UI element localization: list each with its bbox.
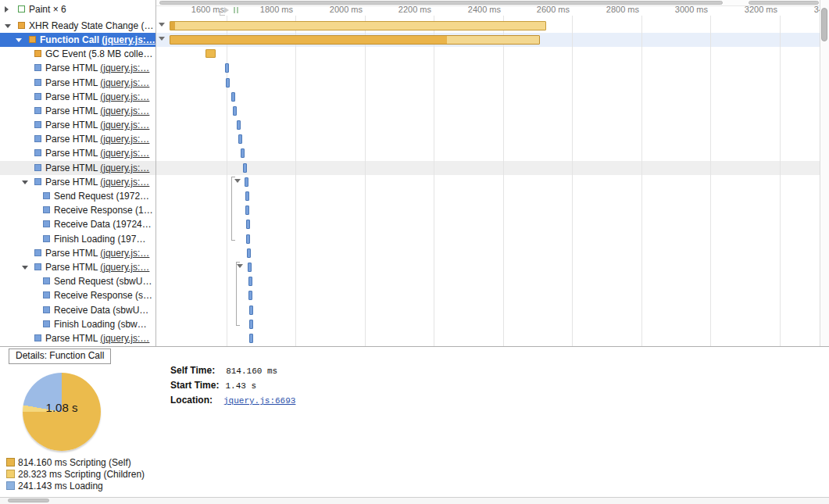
timeline-bar-event[interactable] (233, 106, 237, 116)
tree-row[interactable]: Parse HTML (jquery.js:… (0, 246, 155, 260)
source-link[interactable]: (jquery.js:… (100, 248, 149, 259)
bottom-scrollbar[interactable] (0, 497, 829, 504)
collapse-arrow-icon[interactable] (237, 264, 243, 268)
source-link[interactable]: (jquery.js:… (100, 105, 149, 116)
tree-row[interactable]: Parse HTML (jquery.js:… (0, 76, 155, 90)
collapse-arrow-icon[interactable] (159, 37, 165, 41)
timeline-bar-event[interactable] (226, 78, 230, 88)
source-link[interactable]: (jquery.js:… (100, 63, 149, 73)
collapse-arrow-icon[interactable] (5, 24, 11, 28)
timeline-bar-event[interactable] (248, 263, 252, 272)
collapse-arrow-icon[interactable] (16, 38, 22, 42)
bottom-scrollbar-thumb[interactable] (8, 499, 49, 502)
timeline-bar-event[interactable] (231, 92, 235, 102)
vertical-scrollbar[interactable] (820, 0, 829, 346)
source-link[interactable]: (jquery.js:… (100, 134, 149, 145)
collapse-arrow-icon[interactable] (22, 266, 28, 270)
tree-row[interactable]: Paint × 6 (0, 2, 155, 16)
tree-row[interactable]: GC Event (5.8 MB colle… (0, 47, 155, 61)
self-time-row: Self Time:814.160 ms (170, 363, 295, 378)
source-link[interactable]: (jquery.js:… (100, 91, 149, 102)
ruler-label: 1600 ms (168, 5, 224, 15)
tree-row[interactable]: Finish Loading (sbw… (0, 317, 155, 331)
tree-row[interactable]: Parse HTML (jquery.js:… (0, 161, 155, 175)
tree-row[interactable]: Receive Data (19724… (0, 217, 155, 231)
tree-row-label: Parse HTML (jquery.js:… (45, 90, 149, 104)
ruler-label: 2600 ms (513, 5, 570, 15)
timeline-bar-event[interactable] (241, 148, 245, 158)
tree-row[interactable]: Parse HTML (jquery.js:… (0, 146, 155, 160)
tree-row[interactable]: Parse HTML (jquery.js:… (0, 90, 155, 104)
timeline-bar-event[interactable] (237, 120, 241, 130)
source-link[interactable]: (jquery.js:… (100, 333, 149, 344)
tree-row[interactable]: Parse HTML (jquery.js:… (0, 175, 155, 189)
ruler-gridline (780, 16, 781, 346)
start-time-label: Start Time: (170, 378, 219, 393)
tree-row[interactable]: Parse HTML (jquery.js:… (0, 61, 155, 75)
loading-record-icon (43, 206, 50, 213)
source-link[interactable]: (jquery.js:… (100, 262, 149, 273)
tree-row-label: GC Event (5.8 MB colle… (45, 47, 152, 61)
tree-row-label: Parse HTML (jquery.js:… (45, 146, 149, 160)
tree-row[interactable]: Parse HTML (jquery.js:… (0, 260, 155, 274)
self-time-value: 814.160 ms (226, 366, 277, 376)
timeline-bar-event[interactable] (246, 234, 250, 244)
records-tree-sidebar: Paint × 6XHR Ready State Change (…Functi… (0, 0, 156, 346)
tree-row[interactable]: Parse HTML (jquery.js:… (0, 331, 155, 345)
source-link[interactable]: (jquery.js:… (100, 120, 149, 130)
tree-row-label: Parse HTML (jquery.js:… (45, 161, 149, 175)
loading-record-icon (43, 235, 50, 242)
location-link[interactable]: jquery.js:6693 (223, 396, 295, 406)
tree-row[interactable]: Receive Data (sbwU… (0, 303, 155, 317)
timeline-bar-event[interactable] (249, 334, 253, 343)
tree-row[interactable]: Parse HTML (jquery.js:… (0, 104, 155, 118)
source-link[interactable]: (jquery.js:… (100, 77, 149, 88)
timeline-bar-event[interactable] (225, 63, 229, 73)
source-link[interactable]: (jquery.js:… (100, 163, 149, 173)
tree-row[interactable]: Parse HTML (jquery.js:… (0, 132, 155, 146)
details-tab[interactable]: Details: Function Call (9, 349, 111, 364)
timeline-bar-event[interactable] (243, 163, 247, 173)
location-row: Location:jquery.js:6693 (170, 393, 295, 408)
timeline-bar-event[interactable] (248, 291, 252, 300)
collapse-arrow-icon[interactable] (234, 179, 241, 183)
timeline-bar-function-call[interactable] (170, 35, 540, 45)
ruler-gridline (295, 16, 296, 346)
expand-arrow-icon[interactable] (5, 6, 9, 13)
collapse-arrow-icon[interactable] (159, 23, 165, 27)
timeline-bar-xhr[interactable] (170, 21, 546, 30)
tree-row[interactable]: Parse HTML (jquery.js:… (0, 118, 155, 132)
legend-item: 241.143 ms Loading (6, 481, 145, 492)
loading-record-icon (34, 135, 41, 142)
tree-row[interactable]: Send Request (1972… (0, 189, 155, 203)
vertical-scrollbar-thumb[interactable] (821, 8, 827, 41)
paint-record-icon (18, 5, 25, 13)
scripting-record-icon (29, 36, 36, 43)
tree-row[interactable]: Finish Loading (197… (0, 232, 155, 246)
legend-item: 814.160 ms Scripting (Self) (6, 457, 145, 469)
timeline-bar-event[interactable] (249, 320, 253, 329)
source-link[interactable]: (jquery.js:… (100, 177, 149, 188)
tree-row[interactable]: Receive Response (1… (0, 203, 155, 217)
timeline-bar-event[interactable] (245, 177, 248, 187)
source-link[interactable]: (jquery.js:… (102, 34, 155, 45)
tree-row-label: Parse HTML (jquery.js:… (45, 118, 149, 132)
timeline-bar-event[interactable] (246, 220, 250, 229)
timeline-bar-event[interactable] (248, 277, 252, 286)
timeline-bar-event[interactable] (238, 134, 242, 144)
timeline-bar-event[interactable] (247, 248, 251, 258)
timeline-bar-event[interactable] (249, 306, 253, 315)
timeline-bar-event[interactable] (245, 191, 249, 201)
source-link[interactable]: (jquery.js:… (100, 148, 149, 159)
legend-swatch (6, 481, 15, 490)
collapse-arrow-icon[interactable] (22, 181, 28, 184)
tree-row[interactable]: Function Call (jquery.js:… (0, 33, 155, 47)
hovered-row-band (156, 161, 820, 175)
timeline-bar-event[interactable] (245, 206, 249, 215)
tree-row[interactable]: Send Request (sbwU… (0, 274, 155, 288)
timeline-bar-gc-event[interactable] (205, 49, 216, 58)
tree-row[interactable]: Receive Response (s… (0, 288, 155, 302)
tree-row-label: XHR Ready State Change (… (29, 19, 153, 33)
tree-row[interactable]: XHR Ready State Change (… (0, 19, 155, 33)
loading-record-icon (43, 220, 50, 227)
